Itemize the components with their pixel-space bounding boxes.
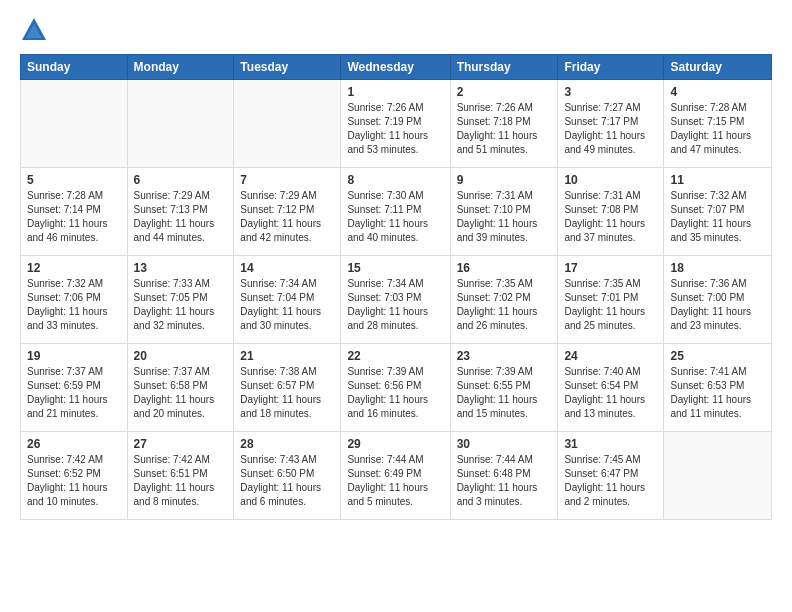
day-number: 10 <box>564 173 657 187</box>
day-cell: 29Sunrise: 7:44 AM Sunset: 6:49 PM Dayli… <box>341 432 450 520</box>
day-info: Sunrise: 7:37 AM Sunset: 6:59 PM Dayligh… <box>27 365 121 421</box>
day-info: Sunrise: 7:34 AM Sunset: 7:03 PM Dayligh… <box>347 277 443 333</box>
day-info: Sunrise: 7:45 AM Sunset: 6:47 PM Dayligh… <box>564 453 657 509</box>
day-number: 16 <box>457 261 552 275</box>
day-number: 14 <box>240 261 334 275</box>
header <box>20 16 772 44</box>
day-cell: 5Sunrise: 7:28 AM Sunset: 7:14 PM Daylig… <box>21 168 128 256</box>
day-cell: 15Sunrise: 7:34 AM Sunset: 7:03 PM Dayli… <box>341 256 450 344</box>
day-number: 22 <box>347 349 443 363</box>
day-cell: 26Sunrise: 7:42 AM Sunset: 6:52 PM Dayli… <box>21 432 128 520</box>
day-number: 9 <box>457 173 552 187</box>
day-info: Sunrise: 7:26 AM Sunset: 7:18 PM Dayligh… <box>457 101 552 157</box>
day-cell: 25Sunrise: 7:41 AM Sunset: 6:53 PM Dayli… <box>664 344 772 432</box>
header-cell-wednesday: Wednesday <box>341 55 450 80</box>
day-info: Sunrise: 7:35 AM Sunset: 7:02 PM Dayligh… <box>457 277 552 333</box>
day-info: Sunrise: 7:44 AM Sunset: 6:48 PM Dayligh… <box>457 453 552 509</box>
day-cell: 18Sunrise: 7:36 AM Sunset: 7:00 PM Dayli… <box>664 256 772 344</box>
header-cell-saturday: Saturday <box>664 55 772 80</box>
day-cell: 2Sunrise: 7:26 AM Sunset: 7:18 PM Daylig… <box>450 80 558 168</box>
day-number: 15 <box>347 261 443 275</box>
logo <box>20 16 52 44</box>
day-cell: 19Sunrise: 7:37 AM Sunset: 6:59 PM Dayli… <box>21 344 128 432</box>
day-number: 24 <box>564 349 657 363</box>
day-number: 8 <box>347 173 443 187</box>
day-info: Sunrise: 7:43 AM Sunset: 6:50 PM Dayligh… <box>240 453 334 509</box>
day-info: Sunrise: 7:40 AM Sunset: 6:54 PM Dayligh… <box>564 365 657 421</box>
day-info: Sunrise: 7:29 AM Sunset: 7:12 PM Dayligh… <box>240 189 334 245</box>
day-info: Sunrise: 7:29 AM Sunset: 7:13 PM Dayligh… <box>134 189 228 245</box>
day-number: 18 <box>670 261 765 275</box>
day-number: 20 <box>134 349 228 363</box>
day-info: Sunrise: 7:41 AM Sunset: 6:53 PM Dayligh… <box>670 365 765 421</box>
day-cell: 21Sunrise: 7:38 AM Sunset: 6:57 PM Dayli… <box>234 344 341 432</box>
day-cell: 28Sunrise: 7:43 AM Sunset: 6:50 PM Dayli… <box>234 432 341 520</box>
day-info: Sunrise: 7:31 AM Sunset: 7:10 PM Dayligh… <box>457 189 552 245</box>
calendar-body: 1Sunrise: 7:26 AM Sunset: 7:19 PM Daylig… <box>21 80 772 520</box>
day-cell <box>664 432 772 520</box>
header-cell-tuesday: Tuesday <box>234 55 341 80</box>
day-number: 4 <box>670 85 765 99</box>
day-info: Sunrise: 7:32 AM Sunset: 7:06 PM Dayligh… <box>27 277 121 333</box>
day-cell: 7Sunrise: 7:29 AM Sunset: 7:12 PM Daylig… <box>234 168 341 256</box>
day-number: 11 <box>670 173 765 187</box>
day-info: Sunrise: 7:44 AM Sunset: 6:49 PM Dayligh… <box>347 453 443 509</box>
day-cell: 12Sunrise: 7:32 AM Sunset: 7:06 PM Dayli… <box>21 256 128 344</box>
header-row: SundayMondayTuesdayWednesdayThursdayFrid… <box>21 55 772 80</box>
day-number: 26 <box>27 437 121 451</box>
day-info: Sunrise: 7:39 AM Sunset: 6:56 PM Dayligh… <box>347 365 443 421</box>
day-cell: 27Sunrise: 7:42 AM Sunset: 6:51 PM Dayli… <box>127 432 234 520</box>
page: SundayMondayTuesdayWednesdayThursdayFrid… <box>0 0 792 540</box>
day-info: Sunrise: 7:28 AM Sunset: 7:14 PM Dayligh… <box>27 189 121 245</box>
day-number: 17 <box>564 261 657 275</box>
day-cell: 14Sunrise: 7:34 AM Sunset: 7:04 PM Dayli… <box>234 256 341 344</box>
day-number: 3 <box>564 85 657 99</box>
day-cell: 17Sunrise: 7:35 AM Sunset: 7:01 PM Dayli… <box>558 256 664 344</box>
week-row-2: 5Sunrise: 7:28 AM Sunset: 7:14 PM Daylig… <box>21 168 772 256</box>
day-cell <box>127 80 234 168</box>
day-number: 12 <box>27 261 121 275</box>
calendar-header: SundayMondayTuesdayWednesdayThursdayFrid… <box>21 55 772 80</box>
day-info: Sunrise: 7:30 AM Sunset: 7:11 PM Dayligh… <box>347 189 443 245</box>
day-cell: 9Sunrise: 7:31 AM Sunset: 7:10 PM Daylig… <box>450 168 558 256</box>
day-number: 5 <box>27 173 121 187</box>
week-row-3: 12Sunrise: 7:32 AM Sunset: 7:06 PM Dayli… <box>21 256 772 344</box>
header-cell-thursday: Thursday <box>450 55 558 80</box>
day-cell: 3Sunrise: 7:27 AM Sunset: 7:17 PM Daylig… <box>558 80 664 168</box>
day-number: 29 <box>347 437 443 451</box>
day-cell: 6Sunrise: 7:29 AM Sunset: 7:13 PM Daylig… <box>127 168 234 256</box>
day-number: 28 <box>240 437 334 451</box>
day-info: Sunrise: 7:27 AM Sunset: 7:17 PM Dayligh… <box>564 101 657 157</box>
day-cell: 16Sunrise: 7:35 AM Sunset: 7:02 PM Dayli… <box>450 256 558 344</box>
day-cell <box>21 80 128 168</box>
day-cell: 30Sunrise: 7:44 AM Sunset: 6:48 PM Dayli… <box>450 432 558 520</box>
header-cell-sunday: Sunday <box>21 55 128 80</box>
logo-icon <box>20 16 48 44</box>
day-cell: 10Sunrise: 7:31 AM Sunset: 7:08 PM Dayli… <box>558 168 664 256</box>
day-cell: 22Sunrise: 7:39 AM Sunset: 6:56 PM Dayli… <box>341 344 450 432</box>
day-info: Sunrise: 7:36 AM Sunset: 7:00 PM Dayligh… <box>670 277 765 333</box>
day-cell: 20Sunrise: 7:37 AM Sunset: 6:58 PM Dayli… <box>127 344 234 432</box>
day-cell: 13Sunrise: 7:33 AM Sunset: 7:05 PM Dayli… <box>127 256 234 344</box>
day-number: 6 <box>134 173 228 187</box>
day-cell: 24Sunrise: 7:40 AM Sunset: 6:54 PM Dayli… <box>558 344 664 432</box>
day-number: 21 <box>240 349 334 363</box>
day-info: Sunrise: 7:39 AM Sunset: 6:55 PM Dayligh… <box>457 365 552 421</box>
day-number: 25 <box>670 349 765 363</box>
day-number: 27 <box>134 437 228 451</box>
week-row-1: 1Sunrise: 7:26 AM Sunset: 7:19 PM Daylig… <box>21 80 772 168</box>
day-cell: 8Sunrise: 7:30 AM Sunset: 7:11 PM Daylig… <box>341 168 450 256</box>
day-info: Sunrise: 7:34 AM Sunset: 7:04 PM Dayligh… <box>240 277 334 333</box>
day-info: Sunrise: 7:38 AM Sunset: 6:57 PM Dayligh… <box>240 365 334 421</box>
day-info: Sunrise: 7:33 AM Sunset: 7:05 PM Dayligh… <box>134 277 228 333</box>
day-number: 31 <box>564 437 657 451</box>
day-info: Sunrise: 7:42 AM Sunset: 6:51 PM Dayligh… <box>134 453 228 509</box>
day-number: 1 <box>347 85 443 99</box>
day-number: 30 <box>457 437 552 451</box>
week-row-4: 19Sunrise: 7:37 AM Sunset: 6:59 PM Dayli… <box>21 344 772 432</box>
day-info: Sunrise: 7:26 AM Sunset: 7:19 PM Dayligh… <box>347 101 443 157</box>
day-info: Sunrise: 7:31 AM Sunset: 7:08 PM Dayligh… <box>564 189 657 245</box>
day-number: 2 <box>457 85 552 99</box>
day-cell: 1Sunrise: 7:26 AM Sunset: 7:19 PM Daylig… <box>341 80 450 168</box>
header-cell-friday: Friday <box>558 55 664 80</box>
